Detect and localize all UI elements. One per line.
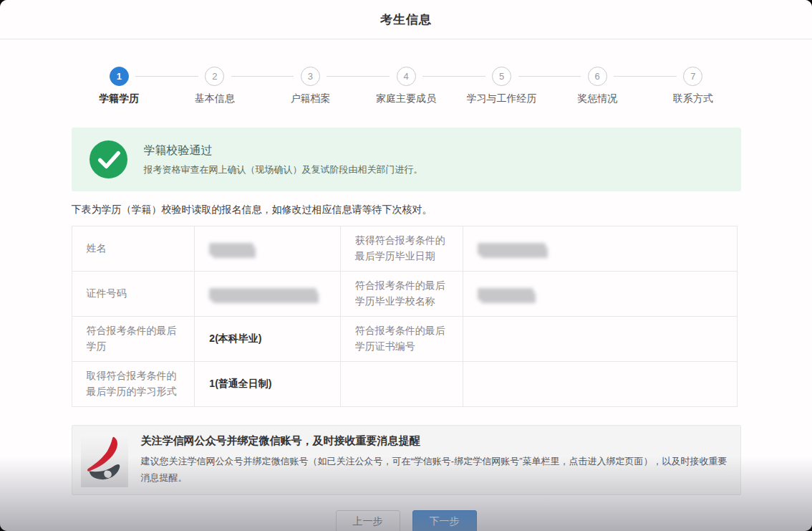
table-label-cell: 取得符合报考条件的最后学历的学习形式 <box>72 362 195 407</box>
table-value-cell <box>463 317 737 362</box>
table-value-cell <box>463 226 737 272</box>
step-label: 联系方式 <box>645 92 741 105</box>
redacted-value <box>478 243 546 255</box>
step-number: 7 <box>683 67 702 86</box>
table-label-cell: 符合报考条件的最后学历毕业学校名称 <box>340 272 463 317</box>
redacted-value <box>209 243 253 255</box>
step-number: 2 <box>205 67 224 86</box>
step-number: 1 <box>110 67 129 86</box>
table-label-cell: 证件号码 <box>72 272 195 317</box>
stepper-step-5: 5学习与工作经历 <box>454 67 550 105</box>
step-number: 4 <box>397 67 416 86</box>
stepper-step-6: 6奖惩情况 <box>549 67 645 105</box>
step-label: 基本信息 <box>167 92 263 105</box>
wechat-bind-notice: 关注学信网公众号并绑定微信账号，及时接收重要消息提醒 建议您关注学信网公众号并绑… <box>72 425 741 495</box>
registration-info-table: 姓名获得符合报考条件的最后学历毕业日期证件号码符合报考条件的最后学历毕业学校名称… <box>72 226 738 407</box>
chsi-logo-bird <box>87 437 117 472</box>
table-row: 符合报考条件的最后学历2(本科毕业)符合报考条件的最后学历证书编号 <box>72 317 737 362</box>
table-value-cell: 1(普通全日制) <box>195 362 340 407</box>
notice-title: 关注学信网公众号并绑定微信账号，及时接收重要消息提醒 <box>141 434 728 448</box>
header-bar: 考生信息 <box>0 0 812 39</box>
status-banner-subtitle: 报考资格审查在网上确认（现场确认）及复试阶段由相关部门进行。 <box>144 163 423 176</box>
next-step-button[interactable]: 下一步 <box>412 510 477 531</box>
step-label: 家庭主要成员 <box>358 92 454 105</box>
table-value-cell <box>463 362 737 407</box>
table-value-cell <box>463 272 737 317</box>
redacted-value <box>209 288 316 300</box>
check-circle-icon <box>89 140 128 179</box>
status-banner: 学籍校验通过 报考资格审查在网上确认（现场确认）及复试阶段由相关部门进行。 <box>72 128 741 191</box>
table-row: 姓名获得符合报考条件的最后学历毕业日期 <box>72 226 737 272</box>
step-label: 学习与工作经历 <box>454 92 550 105</box>
table-label-cell: 符合报考条件的最后学历证书编号 <box>340 317 463 362</box>
table-value-cell: 2(本科毕业) <box>195 317 340 362</box>
wechat-bind-notice-text: 关注学信网公众号并绑定微信账号，及时接收重要消息提醒 建议您关注学信网公众号并绑… <box>141 434 728 487</box>
page-title: 考生信息 <box>380 11 432 28</box>
table-value-cell <box>195 272 340 317</box>
page: 考生信息 1学籍学历2基本信息3户籍档案4家庭主要成员5学习与工作经历6奖惩情况… <box>0 0 812 531</box>
notice-body: 建议您关注学信网公众号并绑定微信账号（如已关注公众号，可在“学信账号-绑定学信网… <box>141 454 728 487</box>
status-banner-title: 学籍校验通过 <box>144 143 423 158</box>
table-label-cell <box>340 362 463 407</box>
chsi-logo <box>81 433 128 487</box>
table-value-cell <box>195 226 340 272</box>
stepper-step-3: 3户籍档案 <box>263 67 359 105</box>
table-row: 取得符合报考条件的最后学历的学习形式1(普通全日制) <box>72 362 737 407</box>
table-intro-text: 下表为学历（学籍）校验时读取的报名信息，如修改过相应信息请等待下次核对。 <box>72 204 741 216</box>
wizard-stepper: 1学籍学历2基本信息3户籍档案4家庭主要成员5学习与工作经历6奖惩情况7联系方式 <box>72 67 741 105</box>
wizard-footer: 上一步 下一步 <box>72 510 741 531</box>
step-label: 学籍学历 <box>72 92 168 105</box>
table-row: 证件号码符合报考条件的最后学历毕业学校名称 <box>72 272 737 317</box>
step-number: 6 <box>588 67 607 86</box>
step-label: 户籍档案 <box>263 92 359 105</box>
main-content: 1学籍学历2基本信息3户籍档案4家庭主要成员5学习与工作经历6奖惩情况7联系方式… <box>72 67 741 531</box>
redacted-value <box>478 288 533 300</box>
stepper-step-1: 1学籍学历 <box>72 67 168 105</box>
table-label-cell: 获得符合报考条件的最后学历毕业日期 <box>340 226 463 272</box>
step-number: 3 <box>301 67 320 86</box>
stepper-step-4: 4家庭主要成员 <box>358 67 454 105</box>
table-label-cell: 姓名 <box>72 226 195 272</box>
table-label-cell: 符合报考条件的最后学历 <box>72 317 195 362</box>
step-number: 5 <box>492 67 511 86</box>
step-label: 奖惩情况 <box>549 92 645 105</box>
stepper-step-7: 7联系方式 <box>645 67 741 105</box>
stepper-step-2: 2基本信息 <box>167 67 263 105</box>
status-banner-text: 学籍校验通过 报考资格审查在网上确认（现场确认）及复试阶段由相关部门进行。 <box>144 143 423 176</box>
previous-step-button[interactable]: 上一步 <box>336 510 400 531</box>
